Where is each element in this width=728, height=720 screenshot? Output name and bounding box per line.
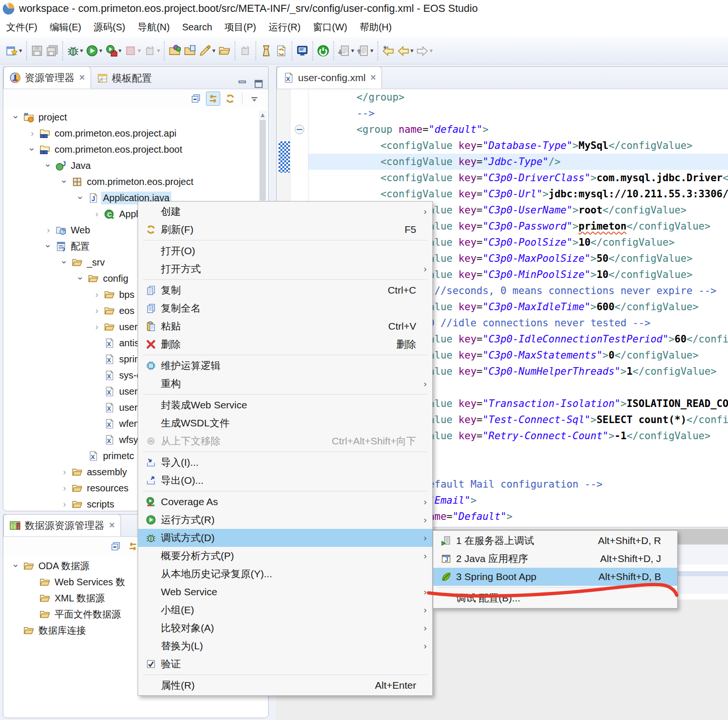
context-menu-item-验证[interactable]: 验证 [138,655,432,673]
context-menu-item-复制[interactable]: 复制Ctrl+C [138,281,432,299]
context-menu-item-比较对象-A-[interactable]: 比较对象(A)› [138,619,432,637]
context-menu-item-刷新-F-[interactable]: 刷新(F)F5 [138,221,432,239]
context-menu-item-Coverage-As[interactable]: Coverage As› [138,493,432,511]
toolbar-button-new-wizard[interactable]: ▾ [4,43,24,58]
menu-item-6[interactable]: 项目(P) [218,19,262,36]
chevron-right-icon[interactable]: › [43,225,54,235]
collapse-all-icon[interactable] [189,92,203,106]
context-menu-item-粘贴[interactable]: 粘贴Ctrl+V [138,317,432,335]
context-menu-item-概要分析方式-P-[interactable]: 概要分析方式(P)› [138,547,432,565]
context-menu-item-打开-O-[interactable]: 打开(O) [138,242,432,260]
dropdown-caret-icon[interactable]: ▾ [370,47,373,54]
context-menu-item-Web-Service[interactable]: Web Service› [138,583,432,601]
chevron-down-icon[interactable]: › [59,176,70,187]
tab-user-config-xml[interactable]: X user-config.xml × [277,66,382,89]
context-menu-item-打开方式[interactable]: 打开方式› [138,260,432,278]
toolbar-button-folder-clip[interactable] [182,43,197,58]
dropdown-caret-icon[interactable]: ▾ [157,47,160,54]
view-tab-2[interactable]: 模板配置 [91,67,161,89]
context-menu-item-调试方式-D-[interactable]: 调试方式(D)› [138,529,432,547]
toolbar-button-export-doc[interactable]: ▾ [355,43,375,58]
debug-submenu-item-1-在服务器上调试[interactable]: 1 在服务器上调试Alt+Shift+D, R [433,532,677,550]
toolbar-button-spring-boot[interactable] [316,43,331,58]
toolbar-button-monitor[interactable] [295,43,310,58]
dropdown-caret-icon[interactable]: ▾ [119,47,122,54]
chevron-down-icon[interactable]: › [75,193,86,203]
menu-item-5[interactable]: Search [176,20,218,35]
dropdown-caret-icon[interactable]: ▾ [351,47,355,54]
context-menu-item-小组-E-[interactable]: 小组(E)› [138,601,432,619]
close-icon[interactable]: × [109,520,115,531]
chevron-down-icon[interactable]: › [11,112,21,122]
context-menu-item-复制全名[interactable]: 复制全名 [138,299,432,317]
collapse-all-icon[interactable] [109,539,123,554]
dropdown-caret-icon[interactable]: ▾ [99,47,103,54]
chevron-right-icon[interactable]: › [59,499,70,509]
dropdown-caret-icon[interactable]: ▾ [212,47,215,54]
tree-item-com-primeton-eos-project-boot[interactable]: ›com.primeton.eos.project.boot [3,141,268,157]
toolbar-button-run-toolbox[interactable]: ▾ [104,43,123,58]
chevron-down-icon[interactable]: › [43,241,54,251]
debug-submenu-item-调试-配置-B-[interactable]: 调试 配置(B)... [433,589,677,607]
chevron-down-icon[interactable]: › [43,160,54,171]
menu-item-8[interactable]: 窗口(W) [307,19,353,36]
context-menu-item-生成WSDL文件[interactable]: 生成WSDL文件 [138,414,432,432]
scroll-up-icon[interactable]: ▲ [259,111,267,119]
context-menu-item-运行方式-R-[interactable]: 运行方式(R)› [138,511,432,529]
toolbar-button-pen[interactable]: ▾ [197,43,217,58]
toolbar-button-run[interactable]: ▾ [84,43,104,58]
context-menu-item-导出-O-[interactable]: 导出(O)... [138,471,432,489]
context-menu-item-封装成Web-Service[interactable]: 封装成Web Service [138,396,432,414]
toolbar-button-folder[interactable] [217,43,232,58]
refresh-icon[interactable] [223,92,237,106]
context-menu-item-重构[interactable]: 重构› [138,375,432,393]
scrollbar-thumb[interactable] [260,120,266,201]
debug-submenu-item-3-Spring-Boot-App[interactable]: 3 Spring Boot AppAlt+Shift+D, B [433,568,677,586]
toolbar-button-back[interactable]: ▾ [396,43,415,58]
toolbar-button-doc-refresh[interactable] [274,43,289,58]
toolbar-button-debug-bug[interactable]: ▾ [65,43,85,58]
view-tab-1[interactable]: 资源管理器× [3,66,91,89]
tree-item-com-primeton-eos-project[interactable]: ›com.primeton.eos.project [3,174,268,190]
link-with-editor-icon[interactable] [206,92,220,106]
view-tab-1[interactable]: 数据源资源管理器× [3,514,121,536]
chevron-right-icon[interactable]: › [92,305,102,316]
chevron-down-icon[interactable]: › [11,561,21,571]
close-icon[interactable]: × [370,72,376,83]
minimize-icon[interactable] [238,79,247,89]
menu-item-4[interactable]: 导航(N) [131,19,176,36]
tree-item-Java[interactable]: ›JJava [3,157,268,174]
toolbar-button-back-star[interactable] [381,43,396,58]
menu-item-2[interactable]: 编辑(E) [44,19,88,36]
context-menu-item-删除[interactable]: 删除删除 [138,335,432,353]
chevron-right-icon[interactable]: › [92,209,102,219]
toolbar-button-spool[interactable] [259,43,274,58]
view-menu-icon[interactable] [247,92,261,106]
close-icon[interactable]: × [79,72,85,83]
dropdown-caret-icon[interactable]: ▾ [138,47,141,54]
debug-submenu-item-2-Java-应用程序[interactable]: J2 Java 应用程序Alt+Shift+D, J [433,550,677,568]
context-menu-item-替换为-L-[interactable]: 替换为(L)› [138,637,432,655]
menu-item-9[interactable]: 帮助(H) [354,19,398,36]
chevron-right-icon[interactable]: › [59,483,70,493]
context-menu-item-创建[interactable]: 创建› [138,203,432,221]
context-menu-item-属性-R-[interactable]: 属性(R)Alt+Enter [138,676,432,694]
toolbar-button-import-doc[interactable]: ▾ [336,43,356,58]
chevron-down-icon[interactable]: › [27,144,37,155]
chevron-down-icon[interactable]: › [75,273,86,284]
dropdown-caret-icon[interactable]: ▾ [411,47,414,54]
maximize-icon[interactable] [254,79,263,89]
tree-item-project[interactable]: ›Mproject [3,109,268,125]
chevron-right-icon[interactable]: › [92,289,102,300]
chevron-right-icon[interactable]: › [59,467,70,477]
tree-item-com-primeton-eos-project-api[interactable]: ›com.primeton.eos.project.api [3,125,268,141]
menu-item-3[interactable]: 源码(S) [87,19,131,36]
context-menu-item-导入-I-[interactable]: 导入(I)... [138,453,432,471]
context-menu-item-维护运算逻辑[interactable]: 维护运算逻辑 [138,357,432,375]
chevron-down-icon[interactable]: › [59,257,70,268]
context-menu-item-从本地历史记录复原-Y-[interactable]: 从本地历史记录复原(Y)... [138,565,432,583]
fold-collapse-icon[interactable] [295,125,304,134]
dropdown-caret-icon[interactable]: ▾ [429,47,433,54]
toolbar-button-folder-balls[interactable] [167,43,182,58]
menu-item-1[interactable]: 文件(F) [0,19,44,36]
